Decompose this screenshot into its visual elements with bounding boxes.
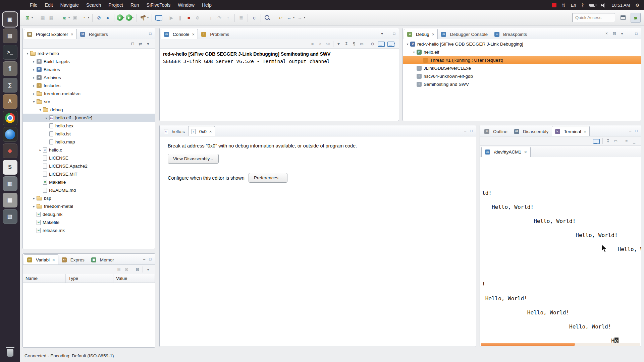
explorer-item-makefile[interactable]: MMakefile xyxy=(23,178,155,186)
expander-collapsed-icon[interactable]: ▸ xyxy=(31,76,37,79)
collapse-all-button[interactable]: ⊟ xyxy=(611,30,618,37)
new-dropdown-icon[interactable]: ▾ xyxy=(32,16,33,19)
menu-sifivetools[interactable]: SiFiveTools xyxy=(143,0,174,10)
menu-edit[interactable]: Edit xyxy=(41,0,57,10)
session-menu-icon[interactable]: ⚙ xyxy=(635,3,639,7)
trash-icon[interactable] xyxy=(3,345,17,359)
link-with-editor-button[interactable]: ⇄ xyxy=(137,40,144,47)
column-header-type[interactable]: Type xyxy=(66,274,113,283)
view-menu-icon[interactable]: ▾ xyxy=(379,31,385,37)
explorer-item-includes[interactable]: ▸IIncludes xyxy=(23,81,155,89)
column-header-value[interactable]: Value xyxy=(113,274,155,283)
pin-console-button[interactable]: ⊙ xyxy=(369,40,376,47)
launcher-icon-archive-manager[interactable]: ▦ xyxy=(3,193,17,207)
tab-terminal[interactable]: >_ Terminal × xyxy=(552,126,590,136)
launcher-icon-disks[interactable]: ▥ xyxy=(3,176,17,191)
open-perspective-button[interactable] xyxy=(618,13,628,23)
minimize-icon[interactable]: – xyxy=(627,31,633,37)
keyboard-layout-indicator[interactable]: En xyxy=(571,3,576,7)
close-icon[interactable]: × xyxy=(71,32,73,37)
tab-0x0[interactable]: c 0x0 × xyxy=(188,126,215,136)
explorer-item-release-mk[interactable]: Mrelease.mk xyxy=(23,226,155,234)
explorer-item-hello-c[interactable]: ▸chello.c xyxy=(23,146,155,154)
menu-project[interactable]: Project xyxy=(105,0,127,10)
launcher-icon-calculator[interactable]: ∑ xyxy=(3,78,17,93)
explorer-item-freedom-metal-src[interactable]: ▸freedom-metal/src xyxy=(23,89,155,98)
explorer-item-build-targets[interactable]: ▸◎Build Targets xyxy=(23,57,155,65)
clear-terminal-button[interactable]: ▭ xyxy=(612,137,619,144)
explorer-item-license-apache2[interactable]: LICENSE.Apache2 xyxy=(23,162,155,170)
tab-expressions[interactable]: x? Expres xyxy=(58,254,88,264)
tab-disassembly[interactable]: 01 Disassembly xyxy=(511,126,552,136)
remove-launch-button[interactable]: × xyxy=(317,40,324,47)
maximize-icon[interactable]: □ xyxy=(147,256,153,262)
explorer-item-debug[interactable]: ▾debug xyxy=(23,106,155,114)
minimize-icon[interactable]: – xyxy=(627,128,633,134)
scroll-lock-button[interactable]: ↧ xyxy=(604,137,611,144)
minimize-icon[interactable]: – xyxy=(462,128,468,134)
terminate-and-relaunch-button[interactable]: ▣ xyxy=(71,14,79,22)
toggle-command-input-button[interactable]: _ xyxy=(631,137,638,144)
back-button[interactable]: ← xyxy=(285,14,293,22)
close-icon[interactable]: × xyxy=(432,32,435,37)
terminal-session-tab[interactable]: ▭ /dev/ttyACM1 × xyxy=(481,147,531,157)
maximize-icon[interactable]: □ xyxy=(468,128,474,134)
new-button[interactable]: ⊞ xyxy=(23,14,32,22)
tab-debug[interactable]: ж Debug × xyxy=(404,29,438,39)
expander-collapsed-icon[interactable]: ▸ xyxy=(31,84,37,87)
terminal-horizontal-scrollbar[interactable] xyxy=(481,343,640,346)
explorer-item-hello-lst[interactable]: hello.lst xyxy=(23,130,155,138)
explorer-item-archives[interactable]: ▸AArchives xyxy=(23,73,155,81)
expander-collapsed-icon[interactable]: ▸ xyxy=(31,60,37,63)
menu-run[interactable]: Run xyxy=(127,0,143,10)
minimize-icon[interactable]: – xyxy=(141,256,147,262)
expander-expanded-icon[interactable]: ▾ xyxy=(38,108,43,112)
launcher-icon-chrome[interactable] xyxy=(3,111,17,125)
maximize-icon[interactable]: □ xyxy=(633,128,639,134)
expander-expanded-icon[interactable]: ▾ xyxy=(405,42,410,46)
launcher-icon-terminal[interactable]: >_ xyxy=(3,45,17,60)
explorer-item-makefile[interactable]: MMakefile xyxy=(23,218,155,226)
remove-all-launches-button[interactable]: ×× xyxy=(324,40,331,47)
toggle-breakpoint-button[interactable]: ● xyxy=(104,14,112,22)
launcher-icon-software-center[interactable]: A xyxy=(3,94,17,109)
show-logical-structures-button[interactable]: ⊠ xyxy=(123,266,130,273)
maximize-icon[interactable]: □ xyxy=(147,31,153,37)
launcher-icon-web-browser[interactable] xyxy=(3,127,17,142)
tab-memory[interactable]: ▦ Memor xyxy=(88,254,117,264)
debug-item-hello-elf[interactable]: ▾Phello.elf xyxy=(403,48,641,56)
explorer-item-red-v-hello[interactable]: ▾red-v-hello xyxy=(23,49,155,57)
tab-registers[interactable]: 10 Registers xyxy=(77,29,111,39)
close-icon[interactable]: × xyxy=(192,32,195,37)
expander-expanded-icon[interactable]: ▾ xyxy=(31,100,37,104)
close-icon[interactable]: × xyxy=(524,150,527,154)
debug-item-riscv64-unknown-elf-gdb[interactable]: ≡riscv64-unknown-elf-gdb xyxy=(403,72,641,80)
expander-collapsed-icon[interactable]: ▸ xyxy=(31,92,37,96)
minimize-icon[interactable]: – xyxy=(385,31,391,37)
terminal-settings-button[interactable]: ≡ xyxy=(623,137,630,144)
instruction-stepping-button[interactable]: ≣ xyxy=(237,14,245,22)
profile-button[interactable]: ◔ xyxy=(80,14,88,22)
terminate-button[interactable]: ■ xyxy=(185,14,193,22)
console-output[interactable]: red-v-hello [SiFive GDB SEGGER J-Link De… xyxy=(160,49,399,121)
external-tools-dropdown-icon[interactable]: ▾ xyxy=(132,16,133,19)
explorer-item-debug-mk[interactable]: Mdebug.mk xyxy=(23,210,155,218)
clear-console-button[interactable]: ▭ xyxy=(358,40,365,47)
debug-launch-button[interactable]: ж xyxy=(60,14,68,22)
column-header-name[interactable]: Name xyxy=(23,274,66,283)
explorer-item-license-mit[interactable]: LICENSE.MIT xyxy=(23,170,155,178)
debug-item-semihosting-and-swv[interactable]: ≡Semihosting and SWV xyxy=(403,80,641,88)
build-dropdown-icon[interactable]: ▾ xyxy=(147,16,149,19)
volume-icon[interactable] xyxy=(601,3,606,7)
step-return-button[interactable]: ↑ xyxy=(224,14,232,22)
maximize-icon[interactable]: □ xyxy=(633,31,639,37)
bluetooth-icon[interactable]: ᛒ xyxy=(582,3,584,7)
debug-item-red-v-hello-sifive-gdb-segger-j-link-debugging[interactable]: ▾Dred-v-hello [SiFive GDB SEGGER J-Link … xyxy=(403,40,641,48)
tab-console[interactable]: ▭ Console × xyxy=(161,29,198,39)
preferences-button[interactable]: Preferences... xyxy=(249,173,287,183)
run-button[interactable] xyxy=(117,14,123,21)
build-button[interactable] xyxy=(139,14,147,22)
menu-search[interactable]: Search xyxy=(83,0,105,10)
debug-item-thread-1-running-user-request[interactable]: ≡Thread #1 (Running : User Request) xyxy=(403,56,641,64)
close-icon[interactable]: × xyxy=(209,129,212,134)
